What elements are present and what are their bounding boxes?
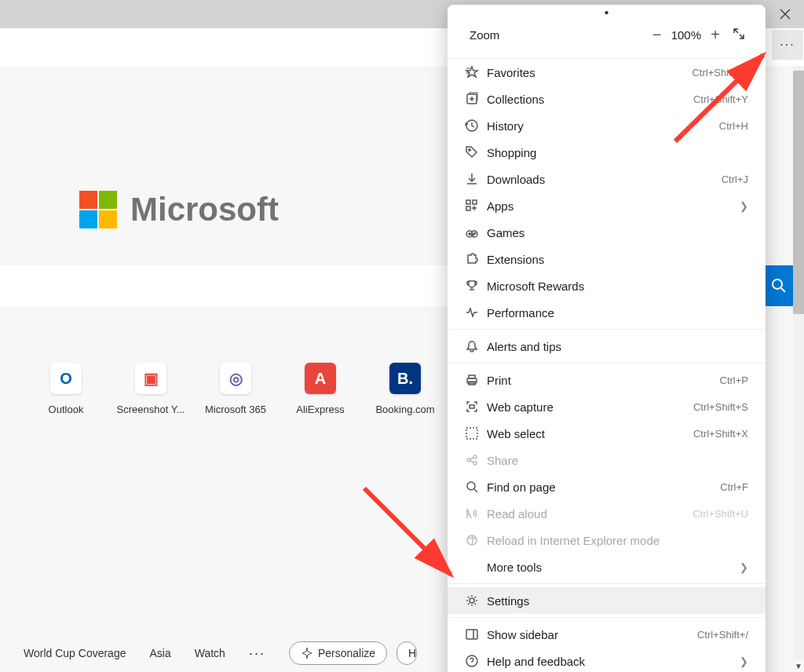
quick-link-tile[interactable]: ▣Screenshot Y... bbox=[108, 360, 193, 415]
tile-label: Microsoft 365 bbox=[193, 404, 278, 415]
hides-label: H bbox=[408, 647, 416, 659]
zoom-value: 100% bbox=[671, 28, 701, 42]
menu-item-downloads[interactable]: DownloadsCtrl+J bbox=[448, 166, 766, 192]
svg-point-17 bbox=[467, 458, 470, 462]
zoom-out-button[interactable]: − bbox=[645, 26, 670, 44]
collections-icon bbox=[465, 92, 487, 106]
menu-separator bbox=[448, 617, 766, 618]
menu-item-label: Find on page bbox=[487, 480, 720, 494]
feed-more-button[interactable]: ··· bbox=[249, 645, 265, 662]
menu-item-label: Show sidebar bbox=[487, 628, 697, 641]
zoom-in-button[interactable]: + bbox=[703, 26, 728, 44]
vertical-scrollbar-thumb[interactable] bbox=[793, 71, 804, 314]
tile-label: Screenshot Y... bbox=[108, 404, 193, 415]
brand-text: Microsoft bbox=[130, 191, 279, 228]
menu-item-label: Help and feedback bbox=[487, 655, 740, 668]
personalize-label: Personalize bbox=[318, 647, 375, 659]
sparkle-icon bbox=[301, 647, 313, 659]
menu-item-label: Apps bbox=[487, 199, 740, 213]
svg-point-19 bbox=[473, 462, 477, 465]
zoom-section: Zoom − 100% + bbox=[448, 16, 766, 59]
svg-rect-6 bbox=[473, 200, 477, 204]
svg-point-20 bbox=[467, 482, 475, 490]
menu-item-more-tools[interactable]: More tools❯ bbox=[448, 553, 766, 580]
menu-item-label: More tools bbox=[487, 561, 740, 574]
menu-item-find-on-page[interactable]: Find on pageCtrl+F bbox=[448, 473, 766, 500]
feed-topic-link[interactable]: Asia bbox=[149, 647, 170, 659]
tag-icon bbox=[465, 145, 487, 159]
menu-item-shopping[interactable]: Shopping bbox=[448, 139, 766, 166]
tile-icon: ▣ bbox=[135, 363, 166, 394]
more-icon: ··· bbox=[780, 38, 795, 52]
settings-icon bbox=[465, 593, 487, 608]
feed-topic-link[interactable]: Watch bbox=[195, 647, 225, 659]
menu-item-web-select[interactable]: Web selectCtrl+Shift+X bbox=[448, 420, 766, 447]
menu-item-label: Extensions bbox=[487, 253, 748, 266]
quick-link-tile[interactable]: AAliExpress bbox=[278, 360, 363, 415]
menu-item-label: Web select bbox=[487, 427, 693, 440]
menu-item-history[interactable]: HistoryCtrl+H bbox=[448, 112, 766, 139]
menu-item-label: Settings bbox=[487, 594, 748, 608]
menu-separator bbox=[448, 363, 766, 363]
tile-icon: B. bbox=[389, 363, 421, 394]
history-icon bbox=[465, 119, 487, 133]
menu-item-shortcut: Ctrl+Shift+X bbox=[693, 428, 748, 440]
menu-item-shortcut: Ctrl+H bbox=[719, 120, 748, 132]
pulse-icon bbox=[465, 305, 487, 320]
quick-link-tile[interactable]: B.Booking.com bbox=[363, 360, 448, 415]
svg-rect-7 bbox=[466, 206, 470, 210]
search-button[interactable] bbox=[765, 265, 793, 306]
menu-item-label: Web capture bbox=[487, 400, 693, 414]
menu-item-performance[interactable]: Performance bbox=[448, 299, 766, 326]
menu-item-label: Read aloud bbox=[487, 507, 693, 520]
svg-point-10 bbox=[474, 232, 476, 234]
svg-rect-5 bbox=[466, 200, 470, 204]
print-icon bbox=[465, 373, 487, 387]
download-icon bbox=[465, 172, 487, 186]
menu-item-apps[interactable]: Apps❯ bbox=[448, 192, 766, 219]
menu-item-alerts-and-tips[interactable]: Alerts and tips bbox=[448, 333, 766, 360]
menu-item-web-capture[interactable]: Web captureCtrl+Shift+S bbox=[448, 393, 766, 420]
menu-item-games[interactable]: Games bbox=[448, 219, 766, 246]
menu-item-help-and-feedback[interactable]: Help and feedback❯ bbox=[448, 648, 766, 672]
quick-link-tile[interactable]: ◎Microsoft 365 bbox=[193, 360, 278, 415]
menu-item-shortcut: Ctrl+J bbox=[722, 173, 748, 185]
menu-separator bbox=[448, 329, 766, 330]
fullscreen-button[interactable] bbox=[728, 27, 750, 43]
settings-and-more-button[interactable]: ··· bbox=[772, 30, 803, 60]
menu-item-microsoft-rewards[interactable]: Microsoft Rewards bbox=[448, 272, 766, 299]
find-icon bbox=[465, 480, 487, 494]
menu-item-favorites[interactable]: FavoritesCtrl+Shift+O bbox=[448, 59, 766, 86]
personalize-button[interactable]: Personalize bbox=[289, 641, 387, 665]
games-icon bbox=[465, 225, 487, 239]
sidebar-icon bbox=[465, 627, 487, 641]
zoom-label: Zoom bbox=[470, 28, 645, 42]
tile-icon: O bbox=[50, 363, 82, 394]
window-close-button[interactable] bbox=[766, 0, 804, 28]
chevron-right-icon: ❯ bbox=[740, 561, 748, 573]
readaloud-icon bbox=[465, 506, 487, 520]
menu-item-shortcut: Ctrl+Shift+S bbox=[693, 401, 748, 413]
scroll-down-arrow[interactable]: ▼ bbox=[795, 662, 802, 670]
select-icon bbox=[465, 426, 487, 440]
menu-item-print[interactable]: PrintCtrl+P bbox=[448, 367, 766, 393]
menu-item-extensions[interactable]: Extensions bbox=[448, 246, 766, 272]
microsoft-logo-icon bbox=[79, 190, 118, 229]
menu-item-label: Alerts and tips bbox=[487, 340, 748, 353]
help-icon bbox=[465, 654, 487, 668]
capture-icon bbox=[465, 400, 487, 414]
menu-item-shortcut: Ctrl+Shift+/ bbox=[697, 629, 748, 641]
quick-link-tile[interactable]: OOutlook bbox=[24, 360, 108, 415]
bell-icon bbox=[465, 339, 487, 353]
svg-point-1 bbox=[773, 279, 782, 289]
menu-item-label: History bbox=[487, 119, 719, 133]
svg-point-18 bbox=[473, 455, 477, 458]
menu-item-collections[interactable]: CollectionsCtrl+Shift+Y bbox=[448, 86, 766, 112]
svg-point-11 bbox=[473, 234, 474, 236]
feed-topic-link[interactable]: World Cup Coverage bbox=[24, 647, 126, 659]
hides-button[interactable]: H bbox=[397, 641, 417, 665]
menu-item-label: Downloads bbox=[487, 173, 722, 186]
menu-item-settings[interactable]: Settings bbox=[448, 587, 766, 614]
search-icon bbox=[771, 278, 787, 294]
menu-item-show-sidebar[interactable]: Show sidebarCtrl+Shift+/ bbox=[448, 621, 766, 648]
